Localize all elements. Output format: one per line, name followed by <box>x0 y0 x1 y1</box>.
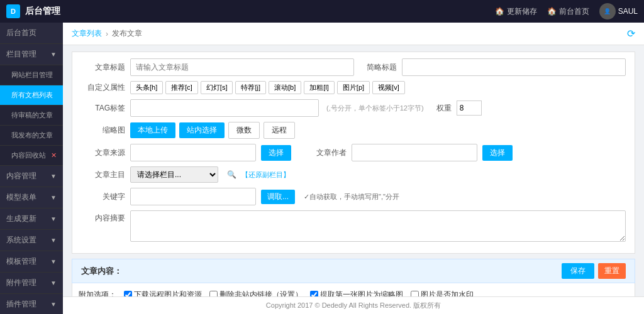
sidebar-item-plugins[interactable]: 插件管理 ▼ <box>0 294 63 314</box>
sidebar-item-system[interactable]: 系统设置 ▼ <box>0 230 63 251</box>
summary-row: 内容摘要 <box>81 210 626 242</box>
addon-options: 附加选项： 下载远程图片和资源 删除非站内链接（设置） 提取第一张图片为缩略图 … <box>79 287 628 296</box>
sidebar: 后台首页 栏目管理 ▼ 网站栏目管理 所有文档列表 待审稿的文章 我发布的文章 … <box>0 23 63 314</box>
close-icon[interactable]: ✕ <box>51 151 57 160</box>
tag-input[interactable] <box>130 99 319 117</box>
weight-label: 权重 <box>436 103 452 114</box>
chevron-icon: ▼ <box>50 301 57 308</box>
source-label: 文章来源 <box>81 148 125 158</box>
main-layout: 后台首页 栏目管理 ▼ 网站栏目管理 所有文档列表 待审稿的文章 我发布的文章 … <box>0 23 644 314</box>
chevron-icon: ▼ <box>50 279 57 286</box>
select-internal-btn[interactable]: 站内选择 <box>179 122 225 138</box>
home-icon: 🏠 <box>547 7 557 16</box>
form-area: 文章标题 简略标题 自定义属性 头条[h]推荐[c]幻灯[s]特荐[j]滚动[b… <box>63 45 644 296</box>
user-avatar: 👤 <box>599 3 616 19</box>
sidebar-item-attachments[interactable]: 附件管理 ▼ <box>0 273 63 294</box>
footer: Copyright 2017 © Dededly All Rights Rese… <box>63 296 644 314</box>
sidebar-item-pending[interactable]: 待审稿的文章 <box>0 106 63 126</box>
simple-title-input[interactable] <box>402 58 626 76</box>
chevron-icon: ▼ <box>50 215 57 222</box>
content-section: 文章内容： 保存 重置 附加选项： 下载远程图片和资源 删除非站内链接（设置） … <box>72 259 635 296</box>
source-select-btn[interactable]: 选择 <box>261 145 291 161</box>
breadcrumb-current: 发布文章 <box>112 28 142 39</box>
sidebar-item-dashboard[interactable]: 后台首页 <box>0 23 63 44</box>
addon-check-4[interactable]: 图片是否加水印 <box>411 290 474 296</box>
attr-tag[interactable]: 加粗[l] <box>304 81 335 94</box>
keyword-auto-btn[interactable]: 调取... <box>261 190 295 204</box>
user-menu[interactable]: 👤 SAUL <box>599 3 638 19</box>
upload-local-btn[interactable]: 本地上传 <box>130 122 175 138</box>
content-area: 文章列表 › 发布文章 ⟳ 文章标题 简略标题 自定义属性 头条 <box>63 23 644 314</box>
thumbnail-row: 缩略图 本地上传 站内选择 微数 远程 <box>81 122 626 139</box>
form-card: 文章标题 简略标题 自定义属性 头条[h]推荐[c]幻灯[s]特荐[j]滚动[b… <box>72 51 635 254</box>
sidebar-item-content[interactable]: 内容管理 ▼ <box>0 166 63 187</box>
attr-tag[interactable]: 幻灯[s] <box>201 81 233 94</box>
addon-check-3[interactable]: 提取第一张图片为缩略图 <box>310 290 403 296</box>
restore-sub-column-link[interactable]: 【还原副栏目】 <box>242 170 290 180</box>
attr-tag[interactable]: 滚动[b] <box>269 81 301 94</box>
author-input[interactable] <box>352 144 477 161</box>
author-select-btn[interactable]: 选择 <box>482 145 513 161</box>
content-actions: 保存 重置 <box>562 263 626 279</box>
chevron-icon: ▼ <box>50 258 57 265</box>
addon-check-1[interactable]: 下载远程图片和资源 <box>124 290 202 296</box>
keyword-label: 关键字 <box>81 192 125 202</box>
brand-logo: D <box>6 4 20 18</box>
home-btn[interactable]: 🏠 前台首页 <box>547 6 589 17</box>
chevron-icon: ▼ <box>50 173 57 180</box>
tag-label: TAG标签 <box>81 103 125 114</box>
simple-title-label: 简略标题 <box>359 62 397 73</box>
source-input[interactable] <box>130 144 256 161</box>
refresh-icon[interactable]: ⟳ <box>627 28 635 40</box>
brand-title: 后台管理 <box>25 6 60 17</box>
column-label: 文章主目 <box>81 170 125 180</box>
title-row: 文章标题 简略标题 <box>81 58 626 76</box>
chevron-icon: ▼ <box>50 237 57 244</box>
sidebar-item-templates[interactable]: 模板管理 ▼ <box>0 251 63 273</box>
sidebar-item-recycle[interactable]: 内容回收站 ✕ <box>0 146 63 166</box>
update-save-btn[interactable]: 🏠 更新储存 <box>495 6 537 17</box>
weixu-btn[interactable]: 微数 <box>228 122 260 139</box>
attr-tag[interactable]: 头条[h] <box>130 81 163 94</box>
header-actions: 🏠 更新储存 🏠 前台首页 👤 SAUL <box>495 3 638 19</box>
custom-attr-row: 自定义属性 头条[h]推荐[c]幻灯[s]特荐[j]滚动[b]加粗[l]图片[p… <box>81 81 626 94</box>
content-section-header: 文章内容： 保存 重置 <box>72 259 635 283</box>
breadcrumb-parent[interactable]: 文章列表 <box>72 28 102 39</box>
attr-tag[interactable]: 特荐[j] <box>235 81 266 94</box>
keyword-input[interactable] <box>130 188 256 205</box>
keyword-hint: ✓自动获取，手动填写用","分开 <box>304 192 399 202</box>
chevron-icon: ▼ <box>50 51 57 58</box>
addon-check-2[interactable]: 删除非站内链接（设置） <box>209 290 303 296</box>
summary-textarea[interactable] <box>130 210 626 242</box>
column-row: 文章主目 请选择栏目... 🔍 【还原副栏目】 <box>81 166 626 183</box>
addon-options-row: 附加选项： 下载远程图片和资源 删除非站内链接（设置） 提取第一张图片为缩略图 … <box>72 283 635 296</box>
title-input[interactable] <box>130 58 354 76</box>
tag-row: TAG标签 (,号分开，单个标签小于12字节) 权重 <box>81 99 626 117</box>
header-brand: D 后台管理 <box>6 4 60 18</box>
sidebar-item-columns[interactable]: 栏目管理 ▼ <box>0 44 63 65</box>
content-section-title: 文章内容： <box>81 266 122 277</box>
copyright-text: Copyright 2017 © Dededly All Rights Rese… <box>266 301 441 309</box>
sidebar-item-my-articles[interactable]: 我发布的文章 <box>0 126 63 146</box>
addon-label: 附加选项： <box>79 290 116 296</box>
reset-content-btn[interactable]: 重置 <box>598 263 626 279</box>
sidebar-item-site-columns[interactable]: 网站栏目管理 <box>0 65 63 85</box>
top-header: D 后台管理 🏠 更新储存 🏠 前台首页 👤 SAUL <box>0 0 644 23</box>
breadcrumb: 文章列表 › 发布文章 ⟳ <box>63 23 644 45</box>
weight-input[interactable] <box>457 100 482 116</box>
attr-tag[interactable]: 图片[p] <box>337 81 370 94</box>
attr-tags: 头条[h]推荐[c]幻灯[s]特荐[j]滚动[b]加粗[l]图片[p]视频[v] <box>130 81 405 94</box>
column-select[interactable]: 请选择栏目... <box>130 166 218 183</box>
sidebar-item-generate[interactable]: 生成更新 ▼ <box>0 208 63 230</box>
keyword-row: 关键字 调取... ✓自动获取，手动填写用","分开 <box>81 188 626 205</box>
attr-tag[interactable]: 推荐[c] <box>165 81 198 94</box>
sidebar-item-model[interactable]: 模型表单 ▼ <box>0 187 63 208</box>
chevron-icon: ▼ <box>50 194 57 201</box>
remote-btn[interactable]: 远程 <box>264 122 295 139</box>
attr-tag[interactable]: 视频[v] <box>372 81 405 94</box>
custom-attr-label: 自定义属性 <box>81 82 125 93</box>
save-icon: 🏠 <box>495 7 504 16</box>
tag-hint: (,号分开，单个标签小于12字节) <box>326 104 424 113</box>
sidebar-item-all-docs[interactable]: 所有文档列表 <box>0 85 63 106</box>
save-content-btn[interactable]: 保存 <box>562 263 594 279</box>
